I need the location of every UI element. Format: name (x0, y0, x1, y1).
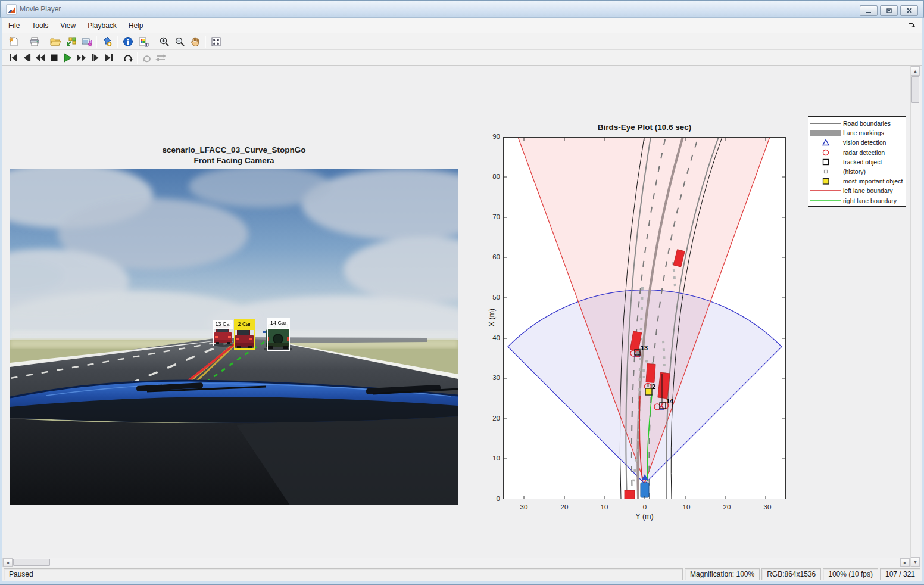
x-tick-label: 10 (592, 503, 616, 511)
legend-line-road-boundaries-icon (808, 120, 843, 127)
frame-rate-status: 100% (10 fps) (823, 568, 878, 580)
legend-left-lane-boundary-icon (808, 187, 843, 194)
x-tick-label: 30 (512, 503, 536, 511)
playback-toolbar (2, 50, 922, 66)
vehicle-2 (646, 364, 655, 383)
new-file-button[interactable] (6, 35, 21, 49)
restore-button[interactable] (880, 5, 898, 16)
scroll-up-button[interactable]: ▲ (911, 66, 920, 76)
import-from-workspace-button[interactable] (63, 35, 79, 49)
x-tick-label: -20 (714, 503, 738, 511)
pan-button[interactable] (188, 35, 203, 49)
repeat-button[interactable] (121, 51, 135, 64)
horizontal-scrollbar[interactable]: ◄ ► (2, 558, 910, 567)
menu-file[interactable]: File (2, 19, 26, 32)
menu-bar: File Tools View Playback Help (2, 18, 922, 33)
step-back-button[interactable] (20, 51, 33, 64)
rewind-button[interactable] (33, 51, 47, 64)
status-bar: Paused Magnification: 100% RGB:864x1536 … (2, 567, 922, 581)
legend-vision-detection-icon (808, 139, 843, 146)
menu-help[interactable]: Help (123, 19, 149, 32)
most-important-object-marker (645, 388, 652, 395)
y-axis-label: X (m) (488, 300, 496, 335)
fast-forward-button[interactable] (74, 51, 88, 64)
zoom-out-button[interactable] (172, 35, 188, 49)
horizontal-scroll-thumb[interactable] (13, 559, 50, 566)
x-tick-label: -10 (673, 503, 697, 511)
menu-view[interactable]: View (54, 19, 82, 32)
vertical-scroll-thumb[interactable] (911, 76, 919, 103)
export-movie-button[interactable] (99, 35, 115, 49)
legend-right-lane-boundary-icon (808, 197, 843, 204)
legend-tracked-object-icon (808, 158, 843, 166)
camera-name: Front Facing Camera (10, 155, 458, 166)
go-to-first-button[interactable] (6, 51, 20, 64)
legend-bar-lane-markings-icon (808, 129, 843, 136)
play-button[interactable] (61, 51, 74, 64)
y-tick-label: 80 (481, 173, 500, 180)
y-tick-label: 10 (481, 455, 500, 462)
y-tick-label: 60 (481, 253, 500, 260)
legend-label: Lane markings (843, 129, 884, 136)
open-button[interactable] (48, 35, 63, 49)
legend-most-important-object-icon (808, 178, 843, 185)
close-button[interactable] (900, 5, 918, 16)
x-tick-label: -30 (754, 503, 778, 511)
camera-panel-title: scenario_LFACC_03_Curve_StopnGo Front Fa… (10, 145, 458, 166)
vehicle-parked (625, 490, 635, 499)
pixel-region-button[interactable] (136, 35, 151, 49)
detection-label-2: 2 Car (234, 319, 255, 329)
go-to-last-button[interactable] (102, 51, 116, 64)
window-border-bottom (0, 581, 924, 585)
step-forward-button[interactable] (88, 51, 102, 64)
legend-label: right lane boundary (843, 197, 897, 204)
playback-direction-button[interactable] (154, 51, 167, 64)
x-tick-label: 20 (552, 503, 576, 511)
y-tick-label: 0 (481, 495, 500, 502)
legend-label: left lane boundary (843, 187, 892, 194)
bbox-car-13 (213, 328, 233, 346)
track-label-2: 2 (652, 383, 655, 390)
autoreverse-button[interactable] (140, 51, 154, 64)
window-border-right (922, 18, 924, 581)
magnification-status: Magnification: 100% (685, 568, 760, 580)
y-tick-label: 30 (481, 374, 500, 381)
image-size-status: RGB:864x1536 (761, 568, 821, 580)
export-to-video-viewer-button[interactable] (79, 35, 94, 49)
legend-radar-detection-icon (808, 149, 843, 156)
undock-arrow-icon[interactable] (907, 20, 918, 31)
scroll-down-button[interactable]: ▼ (911, 557, 920, 567)
matlab-app-icon (6, 4, 17, 15)
legend-label: most important object (843, 178, 903, 185)
menu-playback[interactable]: Playback (82, 19, 123, 32)
scenario-name: scenario_LFACC_03_Curve_StopnGo (10, 145, 458, 155)
track-label-13: 13 (641, 344, 648, 351)
scroll-left-button[interactable]: ◄ (3, 558, 13, 567)
minimize-button[interactable] (860, 5, 878, 16)
track-label-14: 14 (666, 397, 674, 404)
plot-title: Birds-Eye Plot (10.6 sec) (503, 123, 786, 132)
playback-state: Paused (4, 568, 683, 580)
legend-label: radar detection (843, 149, 885, 156)
bbox-car-2-most-important (234, 329, 255, 350)
frame-counter: 107 / 321 (880, 568, 920, 580)
x-axis-label: Y (m) (503, 512, 786, 521)
zoom-in-button[interactable] (157, 35, 172, 49)
print-button[interactable] (27, 35, 42, 49)
info-button[interactable] (120, 35, 136, 49)
maximize-axes-button[interactable] (208, 35, 224, 49)
vertical-scrollbar[interactable]: ▲ ▼ (910, 66, 920, 567)
legend-history-icon (808, 168, 843, 175)
detection-label-13: 13 Car (213, 320, 233, 328)
x-tick-label: 0 (633, 503, 657, 511)
stop-button[interactable] (47, 51, 61, 64)
legend-label: vision detection (843, 139, 886, 146)
main-toolbar (2, 33, 922, 50)
legend-label: tracked object (843, 158, 882, 166)
scroll-right-button[interactable]: ► (900, 558, 910, 567)
legend-label: (history) (843, 168, 866, 175)
bbox-car-14 (267, 328, 290, 351)
window-title: Movie Player (20, 5, 61, 13)
menu-tools[interactable]: Tools (26, 19, 54, 32)
y-tick-label: 90 (481, 133, 500, 140)
